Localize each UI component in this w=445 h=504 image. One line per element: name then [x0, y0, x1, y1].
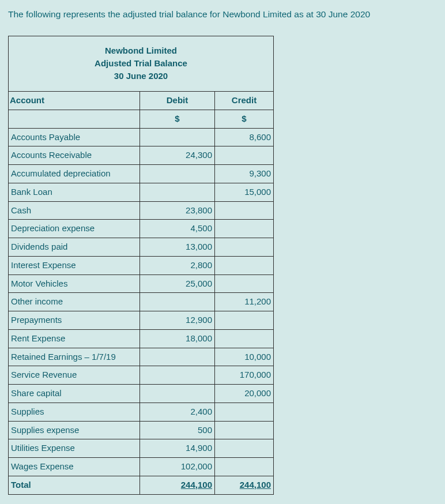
credit-cell — [215, 421, 274, 439]
title-line-2: Adjusted Trial Balance — [11, 57, 271, 70]
debit-cell: 500 — [140, 421, 215, 439]
debit-cell — [140, 366, 215, 385]
debit-cell: 23,800 — [140, 201, 215, 220]
credit-cell — [215, 146, 274, 165]
debit-cell — [140, 348, 215, 366]
debit-cell: 2,800 — [140, 256, 215, 274]
account-cell: Depreciation expense — [9, 220, 140, 238]
account-cell: Supplies expense — [9, 421, 140, 439]
table-row: Accounts Payable8,600 — [9, 128, 274, 146]
table-row: Retained Earnings – 1/7/1910,000 — [9, 348, 274, 366]
total-credit: 244,100 — [215, 476, 274, 494]
account-cell: Bank Loan — [9, 183, 140, 201]
header-debit: Debit — [140, 92, 215, 110]
credit-cell — [215, 403, 274, 421]
table-row: Other income11,200 — [9, 293, 274, 311]
credit-cell: 20,000 — [215, 385, 274, 403]
debit-cell — [140, 128, 215, 146]
debit-cell — [140, 385, 215, 403]
credit-cell — [215, 201, 274, 220]
header-row: Account Debit Credit — [9, 92, 274, 110]
credit-cell — [215, 311, 274, 330]
debit-cell: 4,500 — [140, 220, 215, 238]
table-row: Cash23,800 — [9, 201, 274, 220]
account-cell: Share capital — [9, 385, 140, 403]
account-cell: Supplies — [9, 403, 140, 421]
debit-cell — [140, 165, 215, 183]
header-credit: Credit — [215, 92, 274, 110]
account-cell: Cash — [9, 201, 140, 220]
account-cell: Accounts Receivable — [9, 146, 140, 165]
table-row: Bank Loan15,000 — [9, 183, 274, 201]
debit-cell: 12,900 — [140, 311, 215, 330]
table-row: Interest Expense2,800 — [9, 256, 274, 274]
credit-cell: 9,300 — [215, 165, 274, 183]
debit-cell: 102,000 — [140, 458, 215, 476]
header-account-blank — [9, 110, 140, 128]
debit-cell: 2,400 — [140, 403, 215, 421]
table-row: Wages Expense102,000 — [9, 458, 274, 476]
account-cell: Utilities Expense — [9, 439, 140, 458]
table-row: Prepayments12,900 — [9, 311, 274, 330]
account-cell: Other income — [9, 293, 140, 311]
account-cell: Accounts Payable — [9, 128, 140, 146]
table-row: Motor Vehicles25,000 — [9, 274, 274, 293]
total-debit: 244,100 — [140, 476, 215, 494]
account-cell: Rent Expense — [9, 329, 140, 348]
debit-cell: 18,000 — [140, 329, 215, 348]
title-line-1: Newbond Limited — [11, 44, 271, 57]
debit-cell: 25,000 — [140, 274, 215, 293]
account-cell: Retained Earnings – 1/7/19 — [9, 348, 140, 366]
debit-cell — [140, 293, 215, 311]
account-cell: Wages Expense — [9, 458, 140, 476]
table-row: Supplies2,400 — [9, 403, 274, 421]
table-row: Rent Expense18,000 — [9, 329, 274, 348]
table-row: Share capital20,000 — [9, 385, 274, 403]
account-cell: Interest Expense — [9, 256, 140, 274]
header-account: Account — [9, 92, 140, 110]
credit-cell — [215, 458, 274, 476]
total-label: Total — [9, 476, 140, 494]
account-cell: Prepayments — [9, 311, 140, 330]
credit-cell — [215, 238, 274, 257]
table-row: Service Revenue170,000 — [9, 366, 274, 385]
table-title: Newbond Limited Adjusted Trial Balance 3… — [9, 36, 274, 92]
credit-cell — [215, 329, 274, 348]
account-cell: Motor Vehicles — [9, 274, 140, 293]
table-row: Accumulated depreciation9,300 — [9, 165, 274, 183]
account-cell: Dividends paid — [9, 238, 140, 257]
debit-cell — [140, 183, 215, 201]
title-line-3: 30 June 2020 — [11, 70, 271, 82]
credit-cell: 11,200 — [215, 293, 274, 311]
credit-cell — [215, 220, 274, 238]
table-row: Dividends paid13,000 — [9, 238, 274, 257]
table-row: Supplies expense500 — [9, 421, 274, 439]
table-row: Depreciation expense4,500 — [9, 220, 274, 238]
debit-symbol: $ — [140, 110, 215, 128]
credit-symbol: $ — [215, 110, 274, 128]
total-row: Total 244,100 244,100 — [9, 476, 274, 494]
credit-cell: 10,000 — [215, 348, 274, 366]
account-cell: Accumulated depreciation — [9, 165, 140, 183]
symbol-row: $ $ — [9, 110, 274, 128]
credit-cell: 15,000 — [215, 183, 274, 201]
credit-cell — [215, 256, 274, 274]
credit-cell — [215, 439, 274, 458]
credit-cell — [215, 274, 274, 293]
debit-cell: 24,300 — [140, 146, 215, 165]
title-row: Newbond Limited Adjusted Trial Balance 3… — [9, 36, 274, 92]
debit-cell: 14,900 — [140, 439, 215, 458]
credit-cell: 170,000 — [215, 366, 274, 385]
account-cell: Service Revenue — [9, 366, 140, 385]
credit-cell: 8,600 — [215, 128, 274, 146]
debit-cell: 13,000 — [140, 238, 215, 257]
trial-balance-table: Newbond Limited Adjusted Trial Balance 3… — [8, 36, 274, 495]
table-row: Utilities Expense14,900 — [9, 439, 274, 458]
table-row: Accounts Receivable24,300 — [9, 146, 274, 165]
intro-text: The following represents the adjusted tr… — [8, 9, 437, 20]
